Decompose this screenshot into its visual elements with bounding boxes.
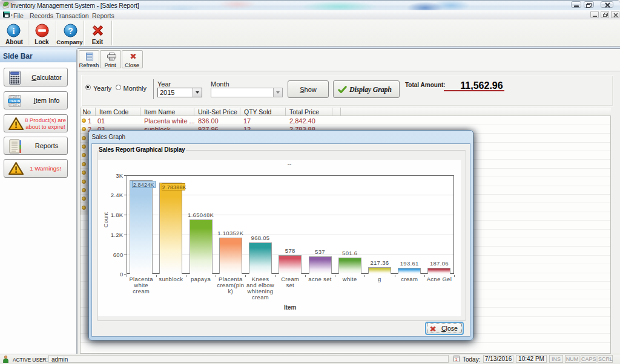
- svg-text:ITEM C: ITEM C: [10, 103, 20, 106]
- svg-text:ITEM IN: ITEM IN: [10, 100, 21, 103]
- svg-text:1: 1: [455, 357, 458, 362]
- svg-text:i: i: [13, 27, 15, 36]
- svg-text:?: ?: [68, 27, 73, 36]
- svg-text:ITEM A: ITEM A: [10, 96, 19, 99]
